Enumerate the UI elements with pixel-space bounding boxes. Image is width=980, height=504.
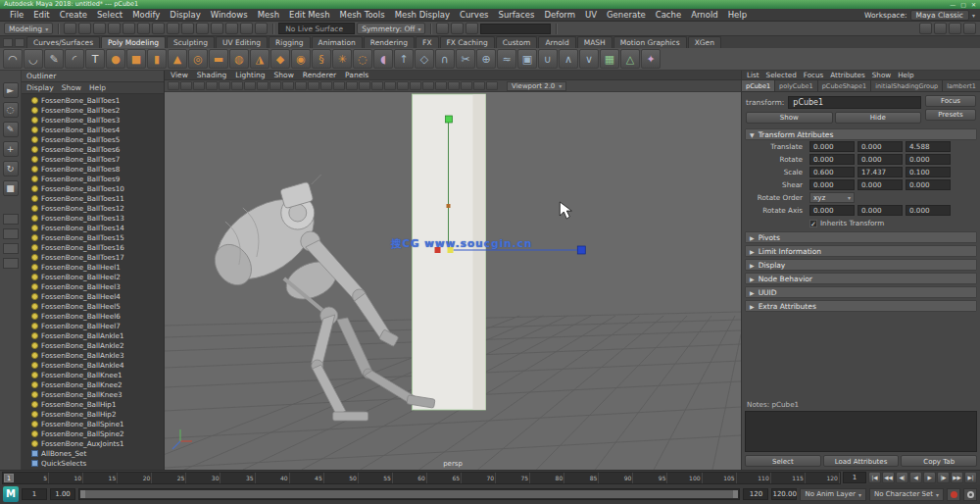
frame-tick-15[interactable]: 15 xyxy=(83,473,118,483)
wireframe-on-shaded-icon[interactable] xyxy=(410,81,421,90)
menu-surfaces[interactable]: Surfaces xyxy=(494,10,540,20)
single-pane-layout-icon[interactable] xyxy=(3,214,19,225)
ae-menu-show[interactable]: Show xyxy=(872,71,891,79)
outliner-item-fossenbone-balltoes7[interactable]: FossenBone_BallToes7 xyxy=(22,154,164,164)
scale-z-field[interactable]: 0.100 xyxy=(906,167,951,177)
polygon-gear-icon[interactable]: ✳ xyxy=(332,49,352,69)
center-handle[interactable] xyxy=(448,247,454,253)
new-scene-icon[interactable] xyxy=(64,23,76,34)
grid-toggle-icon[interactable] xyxy=(257,81,269,90)
attribute-editor-toggle-icon[interactable] xyxy=(919,23,932,34)
lock-camera-icon[interactable] xyxy=(180,81,192,90)
ae-tab-initialshadinggroup[interactable]: initialShadingGroup xyxy=(871,80,943,91)
quad-draw-icon[interactable]: ▦ xyxy=(600,49,619,69)
viewport-menu-view[interactable]: View xyxy=(171,71,188,79)
ae-menu-list[interactable]: List xyxy=(747,71,760,79)
menu-arnold[interactable]: Arnold xyxy=(686,10,723,20)
bevel-icon[interactable]: ◇ xyxy=(415,49,434,69)
section-transform-attributes[interactable]: ▼ Transform Attributes xyxy=(745,128,977,140)
separate-icon[interactable]: ∨ xyxy=(579,49,599,69)
polygon-soccer-icon[interactable]: ◌ xyxy=(353,49,372,69)
polygon-helix-icon[interactable]: § xyxy=(312,49,331,69)
open-scene-icon[interactable] xyxy=(78,23,91,34)
four-pane-layout-icon[interactable] xyxy=(3,228,19,239)
menu-generate[interactable]: Generate xyxy=(602,10,651,20)
motion-blur-icon[interactable] xyxy=(473,81,485,90)
outliner-item-quickselects[interactable]: QuickSelects xyxy=(22,458,164,468)
gate-mask-icon[interactable] xyxy=(295,81,307,90)
ae-tab-polycube1[interactable]: polyCube1 xyxy=(775,80,818,91)
range-grip-right[interactable] xyxy=(733,490,738,498)
outliner-item-fossenbone-balltoes5[interactable]: FossenBone_BallToes5 xyxy=(22,134,164,144)
move-tool-icon[interactable]: + xyxy=(3,141,19,157)
mirror-icon[interactable]: ▣ xyxy=(517,49,537,69)
outliner-item-fossenbone-auxjoints1[interactable]: FossenBone_AuxJoints1 xyxy=(22,438,164,448)
film-gate-icon[interactable] xyxy=(270,81,281,90)
boolean-union-icon[interactable]: ∪ xyxy=(538,49,558,69)
outliner-item-fossenbone-balltoes10[interactable]: FossenBone_BallToes10 xyxy=(22,183,164,193)
xray-joints-icon[interactable] xyxy=(397,81,409,90)
outliner-item-fossenbone-ballankle4[interactable]: FossenBone_BallAnkle4 xyxy=(22,360,164,370)
combine-icon[interactable]: ∧ xyxy=(559,49,578,69)
isolate-select-icon[interactable] xyxy=(371,81,383,90)
minimize-button[interactable]: — xyxy=(950,0,956,9)
outliner-item-fossenbone-ballspine2[interactable]: FossenBone_BallSpine2 xyxy=(22,428,164,438)
polygon-plane-icon[interactable]: ▬ xyxy=(209,49,228,69)
workspace-selector[interactable]: Workspace: Maya Classic ▾ xyxy=(864,10,975,21)
shelf-tab-xgen[interactable]: XGen xyxy=(688,36,721,48)
frame-tick-80[interactable]: 80 xyxy=(530,473,564,483)
playback-start-field[interactable]: 1.00 xyxy=(50,488,75,500)
select-camera-icon[interactable] xyxy=(168,81,179,90)
render-view-icon[interactable] xyxy=(436,23,449,34)
select-by-hierarchy-icon[interactable] xyxy=(137,23,150,34)
viewport-menu-lighting[interactable]: Lighting xyxy=(235,71,265,79)
outliner-item-fossenbone-balltoes15[interactable]: FossenBone_BallToes15 xyxy=(22,232,164,242)
axis-handle-blue[interactable] xyxy=(577,246,585,254)
target-weld-icon[interactable]: ⊕ xyxy=(476,49,496,69)
grease-pencil-icon[interactable] xyxy=(244,81,256,90)
rotate-axis-y-field[interactable]: 0.000 xyxy=(858,205,903,216)
snap-to-view-plane-icon[interactable] xyxy=(240,23,253,34)
outliner-item-fossenbone-balltoes12[interactable]: FossenBone_BallToes12 xyxy=(22,203,164,213)
outliner-item-fossenbone-ballheel6[interactable]: FossenBone_BallHeel6 xyxy=(22,311,164,321)
section-limit-information[interactable]: ▶Limit Information xyxy=(745,245,977,257)
outliner-item-allbones-set[interactable]: AllBones_Set xyxy=(22,448,164,458)
frame-tick-110[interactable]: 110 xyxy=(737,473,771,483)
outliner-item-fossenbone-balltoes3[interactable]: FossenBone_BallToes3 xyxy=(22,115,164,125)
shelf-tab-animation[interactable]: Animation xyxy=(312,36,363,48)
undo-icon[interactable] xyxy=(108,23,121,34)
pencil-curve-tool-icon[interactable]: ✎ xyxy=(44,49,64,69)
xray-icon[interactable] xyxy=(384,81,396,90)
menu-edit-mesh[interactable]: Edit Mesh xyxy=(284,10,335,20)
viewport-menu-shading[interactable]: Shading xyxy=(197,71,226,79)
arc-tool-icon[interactable]: ◜ xyxy=(65,49,84,69)
polygon-prism-icon[interactable]: ◆ xyxy=(270,49,290,69)
ae-tab-pcubeshape1[interactable]: pCubeShape1 xyxy=(818,80,871,91)
snap-to-grid-icon[interactable] xyxy=(181,23,194,34)
snap-to-projected-center-icon[interactable] xyxy=(225,23,238,34)
step-forward-frame-button[interactable]: ▶▶ xyxy=(951,472,963,483)
scale-y-field[interactable]: 17.437 xyxy=(858,167,903,177)
current-time-field[interactable]: 1 xyxy=(843,472,866,483)
playback-end-field[interactable]: 120 xyxy=(743,488,768,500)
shelf-tab-fx[interactable]: FX xyxy=(416,36,438,48)
play-backward-button[interactable]: ◀ xyxy=(909,472,922,483)
sculpt-tool-icon[interactable]: ◖ xyxy=(373,49,393,69)
frame-tick-85[interactable]: 85 xyxy=(564,473,599,483)
notes-field[interactable] xyxy=(745,411,977,452)
rotate-z-field[interactable]: 0.000 xyxy=(906,154,951,165)
tool-settings-toggle-icon[interactable] xyxy=(934,23,947,34)
presets-button[interactable]: Presets xyxy=(925,109,976,121)
shelf-tab-mash[interactable]: MASH xyxy=(577,36,612,48)
hide-button[interactable]: Hide xyxy=(835,112,922,124)
textured-icon[interactable] xyxy=(422,81,434,90)
menu-help[interactable]: Help xyxy=(723,10,752,20)
polygon-sphere-icon[interactable]: ● xyxy=(106,49,125,69)
outliner-item-fossenbone-ballankle1[interactable]: FossenBone_BallAnkle1 xyxy=(22,330,164,340)
menu-create[interactable]: Create xyxy=(55,10,92,20)
range-slider[interactable] xyxy=(78,488,740,500)
rotate-order-selector[interactable]: xyz ▾ xyxy=(809,192,855,203)
character-set-selector[interactable]: No Character Set ▾ xyxy=(869,488,944,501)
outliner-item-fossenbone-balltoes17[interactable]: FossenBone_BallToes17 xyxy=(22,252,164,262)
polygon-cube-icon[interactable]: ■ xyxy=(126,49,146,69)
